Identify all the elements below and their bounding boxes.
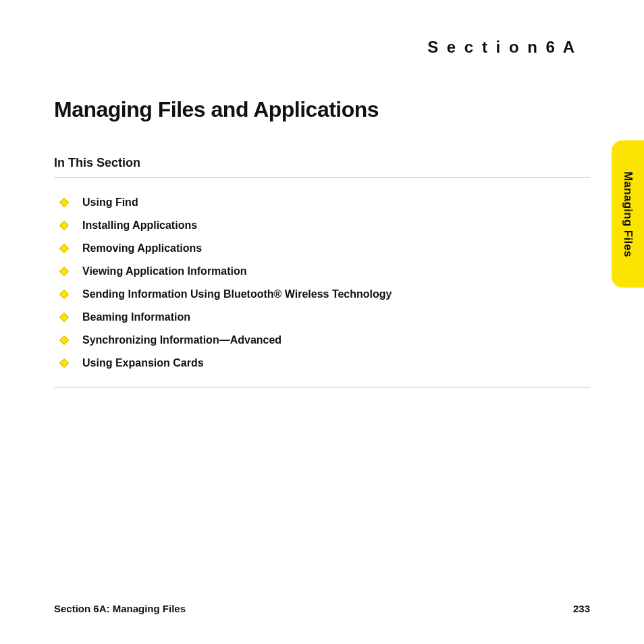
divider-bottom [54,387,590,387]
page-title: Managing Files and Applications [54,97,590,122]
side-tab: Managing Files [612,140,644,288]
toc-link[interactable]: Using Find [82,196,138,209]
list-item: Installing Applications [54,214,590,237]
toc-list: Using Find Installing Applications Remov… [54,178,590,387]
diamond-bullet-icon [59,313,69,322]
diamond-bullet-icon [59,290,69,299]
list-item: Beaming Information [54,306,590,329]
diamond-bullet-icon [59,198,69,207]
list-item: Sending Information Using Bluetooth® Wir… [54,283,590,306]
list-item: Using Expansion Cards [54,352,590,375]
diamond-bullet-icon [59,336,69,345]
side-tab-label: Managing Files [621,171,635,257]
list-item: Removing Applications [54,237,590,260]
toc-link[interactable]: Viewing Application Information [82,265,247,277]
diamond-bullet-icon [59,221,69,230]
toc-link[interactable]: Sending Information Using Bluetooth® Wir… [82,288,392,300]
toc-link[interactable]: Installing Applications [82,219,197,232]
diamond-bullet-icon [59,244,69,253]
list-item: Using Find [54,191,590,214]
in-this-section-heading: In This Section [54,156,590,177]
toc-link[interactable]: Removing Applications [82,242,202,254]
toc-link[interactable]: Synchronizing Information—Advanced [82,334,281,346]
list-item: Viewing Application Information [54,260,590,283]
toc-link[interactable]: Beaming Information [82,311,190,323]
page-footer: Section 6A: Managing Files 233 [54,603,590,614]
list-item: Synchronizing Information—Advanced [54,329,590,352]
diamond-bullet-icon [59,358,69,368]
diamond-bullet-icon [59,267,69,276]
document-page: S e c t i o n 6 A Managing Files and App… [0,0,644,644]
footer-page-number: 233 [573,603,590,614]
footer-section-label: Section 6A: Managing Files [54,603,186,614]
toc-link[interactable]: Using Expansion Cards [82,357,204,369]
section-label: S e c t i o n 6 A [54,38,590,57]
